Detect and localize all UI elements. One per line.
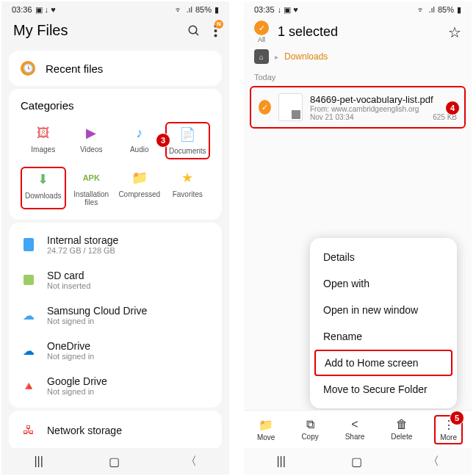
storage-sdcard[interactable]: SD cardNot inserted [21,262,210,298]
signal-icon: .ıl [186,5,192,14]
svg-point-0 [189,26,197,34]
svg-point-3 [214,29,217,32]
document-icon: 📄 [179,126,195,143]
network-icon: 🖧 [21,422,37,439]
onedrive-icon: ☁ [21,342,37,358]
menu-open-new-window[interactable]: Open in new window [310,297,457,323]
share-icon: < [351,418,358,431]
cat-documents[interactable]: 📄Documents [165,122,211,159]
battery-icon: ▮ [214,5,219,15]
status-time: 03:36 [12,5,32,14]
menu-secure-folder[interactable]: Move to Secure Folder [310,376,457,403]
app-header: My Files [1,18,229,48]
nav-bar: ||| ▢ 〈 [244,448,472,475]
storage-onedrive[interactable]: ☁OneDriveNot signed in [21,333,210,368]
file-check-icon[interactable]: ✓ [259,100,271,115]
storage-network[interactable]: 🖧Network storage [21,415,210,446]
audio-icon: ♪ [131,125,148,141]
cat-images[interactable]: 🖼Images [21,122,66,159]
nav-back[interactable]: 〈 [185,454,197,469]
zip-icon: 📁 [131,170,148,186]
status-icon: ↓ ▣ ♥ [278,5,298,15]
clock-icon: 🕓 [21,61,35,76]
action-move[interactable]: 📁Move [253,416,279,443]
categories-title: Categories [21,99,210,112]
download-icon: ⬇ [35,171,51,187]
action-bar: 📁Move ⧉Copy <Share 🗑Delete ⋮More 5 [244,410,472,448]
storage-google-drive[interactable]: 🔺Google DriveNot signed in [21,368,210,403]
svg-rect-5 [24,238,34,251]
cat-apk[interactable]: APKInstallation files [69,167,115,209]
nav-home[interactable]: ▢ [351,455,362,469]
svg-rect-6 [24,275,34,285]
nav-recents[interactable]: ||| [276,455,285,468]
svg-line-1 [195,32,198,35]
status-time: 03:35 [254,5,275,14]
nav-back[interactable]: 〈 [428,454,439,469]
apk-icon: APK [83,170,99,186]
home-icon[interactable]: ⌂ [254,49,269,64]
breadcrumb-current[interactable]: Downloads [284,51,328,62]
file-row[interactable]: ✓ 84669-pet-vocabulary-list.pdf From: ww… [250,86,466,129]
nav-recents[interactable]: ||| [34,455,43,468]
status-bar: 03:35 ↓ ▣ ♥ ᯤ .ıl 85% ▮ [244,1,472,18]
recent-files-label: Recent files [46,62,103,75]
annotation-badge-4: 4 [445,101,460,115]
recent-files-card[interactable]: 🕓 Recent files [9,51,222,86]
action-copy[interactable]: ⧉Copy [297,416,322,442]
menu-rename[interactable]: Rename [310,323,457,350]
image-icon: 🖼 [35,125,51,141]
file-name: 84669-pet-vocabulary-list.pdf [310,94,457,105]
move-icon: 📁 [259,418,273,432]
wifi-icon: ᯤ [175,5,183,14]
menu-details[interactable]: Details [310,244,457,270]
internal-icon [21,237,37,253]
battery-pct: 85% [438,5,454,14]
nav-bar: ||| ▢ 〈 [1,448,229,475]
app-title: My Files [13,22,68,39]
cat-compressed[interactable]: 📁Compressed [117,167,162,209]
signal-icon: .ıl [428,5,435,14]
network-card: 🖧Network storage [9,411,222,450]
search-icon[interactable] [187,24,201,37]
context-menu: Details Open with Open in new window Ren… [310,238,457,408]
selection-header: ✓ All 1 selected ☆ [244,18,472,49]
annotation-badge-5: 5 [450,411,464,425]
battery-icon: ▮ [457,5,461,15]
storage-samsung-cloud[interactable]: ☁Samsung Cloud DriveNot signed in [21,298,210,333]
file-date: Nov 21 03:34 [310,113,354,121]
copy-icon: ⧉ [306,418,314,431]
wifi-icon: ᯤ [417,5,425,14]
annotation-badge-3: 3 [156,133,170,148]
more-icon[interactable] [214,24,217,37]
favorite-icon[interactable]: ☆ [448,24,461,41]
storage-card: Internal storage24.72 GB / 128 GB SD car… [9,223,222,408]
file-from: From: www.cambridgeenglish.org [310,105,419,113]
sdcard-icon [21,272,37,288]
menu-open-with[interactable]: Open with [310,270,457,297]
status-icon: ▣ ↓ ♥ [35,5,56,15]
status-bar: 03:36 ▣ ↓ ♥ ᯤ .ıl 85% ▮ [1,1,229,18]
categories-card: Categories 🖼Images ▶Videos ♪Audio 📄Docum… [9,89,222,220]
star-icon: ★ [179,170,195,186]
cat-videos[interactable]: ▶Videos [69,122,115,159]
cat-favorites[interactable]: ★Favorites [165,167,211,209]
section-today: Today [244,70,472,84]
action-share[interactable]: <Share [341,416,369,442]
menu-add-home[interactable]: Add to Home screen [314,350,452,376]
action-more[interactable]: ⋮More 5 [434,415,463,444]
right-screen: 03:35 ↓ ▣ ♥ ᯤ .ıl 85% ▮ ✓ All 1 selected… [244,1,472,475]
check-icon: ✓ [254,21,269,35]
gdrive-icon: 🔺 [21,378,37,394]
nav-home[interactable]: ▢ [109,455,120,469]
svg-point-4 [214,34,217,37]
selection-count: 1 selected [278,24,439,40]
select-all[interactable]: ✓ All [254,21,269,43]
cat-downloads[interactable]: ⬇Downloads [21,167,66,209]
video-icon: ▶ [83,125,99,141]
storage-internal[interactable]: Internal storage24.72 GB / 128 GB [21,227,210,262]
left-screen: 03:36 ▣ ↓ ♥ ᯤ .ıl 85% ▮ My Files 🕓 Recen… [1,1,229,475]
chevron-right-icon: ▸ [275,53,278,61]
action-delete[interactable]: 🗑Delete [386,416,416,442]
file-thumbnail [278,93,303,121]
